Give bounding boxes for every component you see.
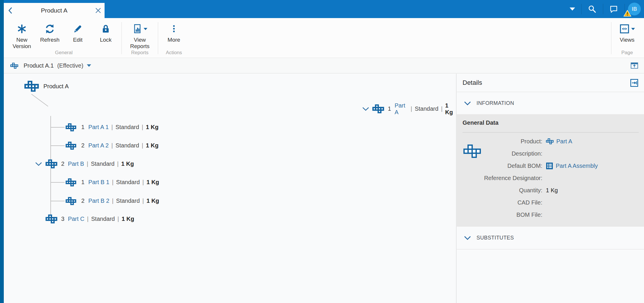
open-panel-button[interactable] [630, 79, 638, 87]
row-sequence: 2 [81, 198, 84, 204]
search-button[interactable] [585, 0, 599, 18]
toolbar-separator [158, 22, 158, 54]
chevron-down-icon[interactable] [464, 101, 471, 105]
tab-close-button[interactable] [92, 3, 105, 18]
collapse-chevron-icon[interactable] [362, 107, 369, 111]
row-quantity: 1 Kg [147, 179, 159, 186]
tree-row-part-c[interactable]: 3 Part C | Standard | 1 Kg [4, 212, 456, 226]
section-information[interactable]: INFORMATION [457, 92, 644, 114]
tree-row-part-a-1[interactable]: 1 Part A 1 | Standard | 1 Kg [4, 120, 456, 134]
separator: | [142, 142, 143, 149]
part-link[interactable]: Part C [68, 216, 84, 222]
caret-down-icon [87, 64, 91, 67]
new-version-button[interactable]: New Version [8, 18, 36, 50]
caret-down-icon [631, 28, 635, 30]
row-sequence: 1 [81, 179, 84, 186]
separator: | [411, 105, 412, 112]
button-label: Edit [73, 37, 83, 43]
tab-product-a[interactable]: Product A [4, 3, 105, 18]
chat-icon [609, 5, 618, 13]
view-reports-button[interactable]: View Reports [123, 18, 156, 50]
row-quantity: 1 Kg [146, 142, 158, 149]
row-type: Standard [116, 179, 140, 186]
topbar-menu-caret-button[interactable] [565, 0, 580, 18]
chevron-down-icon[interactable] [464, 236, 471, 240]
collapse-chevron-icon[interactable] [35, 162, 43, 166]
lock-icon [101, 24, 111, 34]
window-up-arrow-icon [631, 62, 638, 69]
more-button[interactable]: More [160, 18, 188, 50]
part-icon [546, 138, 554, 144]
default-bom-link[interactable]: Part A Assembly [556, 163, 598, 169]
part-link[interactable]: Part A 2 [88, 142, 109, 149]
part-link[interactable]: Part B 1 [88, 179, 109, 186]
separator: | [142, 198, 144, 204]
field-label: BOM File: [457, 212, 542, 218]
open-panel-arrow-icon [630, 79, 638, 87]
warning-triangle-icon [623, 10, 631, 17]
button-label: New Version [8, 37, 36, 50]
topbar-separator [603, 4, 603, 14]
breadcrumb-caret-button[interactable] [87, 64, 91, 67]
product-link[interactable]: Part A [556, 138, 572, 145]
more-dots-icon [169, 24, 179, 34]
tree-root-row[interactable]: Product A [4, 79, 456, 93]
collapse-header-button[interactable] [631, 62, 638, 69]
toolbar-group-label: Reports [123, 50, 156, 58]
breadcrumb-state: (Effective) [57, 62, 83, 69]
part-icon [66, 178, 76, 186]
field-default-bom: Default BOM: Part A Assembly [457, 160, 644, 172]
row-sequence: 1 [81, 124, 84, 131]
part-link[interactable]: Part B [68, 161, 84, 167]
toolbar-group-label: Page [613, 50, 641, 58]
report-document-icon [133, 24, 142, 34]
general-data-block: General Data Product: Part A Description… [457, 114, 644, 227]
tree-row-part-a[interactable]: 1 Part A | Standard | 1 Kg [4, 102, 456, 116]
lock-button[interactable]: Lock [92, 18, 120, 50]
chat-button[interactable] [606, 0, 621, 18]
eye-views-icon [620, 24, 629, 34]
bom-tree: Product A 1 Part A | Standard | 1 Kg 1 P… [4, 74, 456, 303]
separator: | [142, 179, 144, 186]
field-product: Product: Part A [457, 135, 644, 147]
views-button[interactable]: Views [613, 18, 641, 50]
new-version-asterisk-icon [17, 24, 27, 34]
part-icon [66, 123, 76, 131]
divider [463, 132, 639, 133]
field-label: Reference Designator: [457, 175, 542, 182]
tree-row-part-a-2[interactable]: 2 Part A 2 | Standard | 1 Kg [4, 139, 456, 152]
part-link[interactable]: Part A [395, 102, 408, 116]
part-icon [372, 104, 384, 113]
button-label: Views [620, 37, 634, 43]
section-substitutes[interactable]: SUBSTITUTES [457, 227, 644, 249]
part-link[interactable]: Part B 2 [88, 198, 109, 204]
refresh-button[interactable]: Refresh [36, 18, 64, 50]
edit-button[interactable]: Edit [64, 18, 92, 50]
row-type: Standard [91, 161, 114, 167]
back-button[interactable] [4, 3, 17, 18]
button-label: View Reports [123, 37, 156, 50]
part-icon [66, 142, 76, 150]
tree-row-part-b-1[interactable]: 1 Part B 1 | Standard | 1 Kg [4, 175, 456, 189]
breadcrumb-bar: Product A.1 (Effective) [4, 58, 644, 73]
separator: | [87, 161, 88, 167]
toolbar-group-general: New Version Refresh Edit [8, 18, 120, 58]
breadcrumb-title[interactable]: Product A.1 [24, 62, 54, 69]
pencil-icon [73, 24, 83, 34]
app-edge-strip [0, 0, 4, 303]
close-icon [95, 8, 101, 13]
warning-badge [623, 10, 631, 17]
details-title: Details [463, 79, 630, 87]
tree-row-part-b[interactable]: 2 Part B | Standard | 1 Kg [4, 157, 456, 171]
tab-title: Product A [17, 7, 92, 14]
field-value: 1 Kg [546, 187, 558, 194]
toolbar-group-label: General [8, 50, 120, 58]
general-data-fields: Product: Part A Description: Default BOM… [457, 135, 644, 221]
separator: | [111, 142, 113, 149]
part-link[interactable]: Part A 1 [88, 124, 109, 131]
field-bom-file: BOM File: [457, 209, 644, 221]
button-label: Refresh [40, 37, 60, 43]
tree-row-part-b-2[interactable]: 2 Part B 2 | Standard | 1 Kg [4, 194, 456, 208]
toolbar-group-reports: View Reports Reports [123, 18, 156, 58]
topbar: Product A IB [0, 0, 644, 18]
